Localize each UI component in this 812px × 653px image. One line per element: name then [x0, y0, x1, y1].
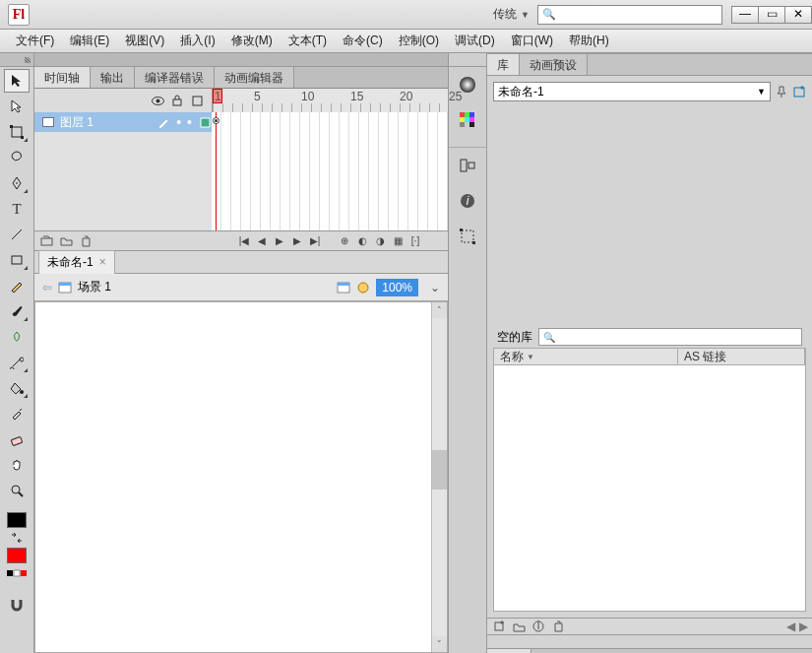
iconbar-grip[interactable]: [449, 53, 486, 67]
tab-compiler[interactable]: 编译器错误: [135, 67, 215, 88]
swap-colors[interactable]: [4, 530, 30, 546]
first-frame-button[interactable]: |◀: [236, 233, 252, 249]
new-folder-button[interactable]: [511, 619, 527, 634]
close-tab-icon[interactable]: ×: [99, 255, 106, 269]
modify-markers-button[interactable]: [·]: [407, 233, 423, 249]
stage[interactable]: ˄ ˅: [34, 301, 448, 653]
lock-icon[interactable]: [170, 94, 184, 107]
hand-tool[interactable]: [4, 453, 30, 477]
menu-commands[interactable]: 命令(C): [337, 31, 389, 51]
menu-edit[interactable]: 编辑(E): [64, 31, 115, 51]
menu-modify[interactable]: 修改(M): [225, 31, 279, 51]
scroll-right-icon[interactable]: ▶: [799, 620, 808, 633]
col-name[interactable]: 名称▼: [494, 349, 678, 364]
snap-option[interactable]: [4, 593, 30, 617]
minimize-button[interactable]: —: [731, 6, 759, 24]
new-library-icon[interactable]: [792, 85, 806, 98]
layer-outline-box[interactable]: [198, 115, 212, 129]
search-input[interactable]: 🔍: [537, 5, 722, 25]
fill-color-swatch[interactable]: [7, 548, 27, 563]
frames-area[interactable]: [212, 112, 448, 230]
menu-insert[interactable]: 插入(I): [174, 31, 220, 51]
onion-skin-button[interactable]: ◐: [354, 233, 370, 249]
new-symbol-button[interactable]: [491, 619, 507, 634]
properties-grip[interactable]: [487, 635, 812, 649]
edit-multiple-button[interactable]: ▦: [390, 233, 406, 249]
free-transform-tool[interactable]: [4, 120, 30, 144]
outline-icon[interactable]: [190, 94, 204, 107]
pin-library-icon[interactable]: [775, 85, 788, 98]
brush-tool[interactable]: [4, 299, 30, 323]
subselection-tool[interactable]: [4, 95, 30, 118]
menu-view[interactable]: 视图(V): [119, 31, 170, 51]
info-panel-icon[interactable]: i: [449, 183, 486, 219]
tab-library[interactable]: 库: [487, 54, 520, 75]
lasso-tool[interactable]: [4, 146, 30, 169]
close-button[interactable]: ✕: [784, 6, 812, 24]
text-tool[interactable]: T: [4, 197, 30, 221]
tab-motion-presets[interactable]: 动画预设: [520, 54, 588, 75]
library-search-input[interactable]: 🔍: [538, 328, 802, 346]
swatches-panel-icon[interactable]: [449, 102, 486, 138]
scroll-up-icon[interactable]: ˄: [432, 302, 447, 318]
library-doc-dropdown[interactable]: 未命名-1 ▼: [493, 82, 771, 101]
center-frame-button[interactable]: ⊕: [337, 233, 352, 249]
scene-label[interactable]: 场景 1: [78, 279, 111, 295]
delete-layer-button[interactable]: [78, 233, 94, 249]
library-items-list[interactable]: [493, 365, 806, 612]
layer-vis-dot[interactable]: •: [176, 114, 181, 130]
next-frame-button[interactable]: ▶: [289, 233, 305, 249]
play-button[interactable]: ▶: [272, 233, 287, 249]
last-frame-button[interactable]: ▶|: [307, 233, 323, 249]
zoom-tool[interactable]: [4, 479, 30, 502]
menu-help[interactable]: 帮助(H): [563, 31, 615, 51]
back-arrow-icon[interactable]: ⇦: [42, 281, 52, 294]
timeline-grip[interactable]: [34, 53, 448, 67]
eye-icon[interactable]: [151, 94, 164, 107]
scrollbar-thumb[interactable]: [432, 450, 447, 490]
tab-motion[interactable]: 动画编辑器: [215, 67, 294, 88]
new-folder-button[interactable]: [58, 233, 74, 249]
document-tab[interactable]: 未命名-1 ×: [38, 250, 115, 275]
selection-tool[interactable]: [4, 69, 30, 93]
edit-symbol-icon[interactable]: [356, 281, 370, 294]
menu-text[interactable]: 文本(T): [282, 31, 333, 51]
toolbox-header[interactable]: [0, 53, 33, 67]
tab-output[interactable]: 输出: [91, 67, 135, 88]
rectangle-tool[interactable]: [4, 248, 30, 272]
edit-scene-icon[interactable]: [337, 281, 350, 294]
bone-tool[interactable]: [4, 351, 30, 374]
delete-button[interactable]: [550, 619, 566, 634]
menu-debug[interactable]: 调试(D): [449, 31, 501, 51]
align-panel-icon[interactable]: [449, 148, 486, 183]
eyedropper-tool[interactable]: [4, 402, 30, 425]
eraser-tool[interactable]: [4, 427, 30, 451]
vertical-scrollbar[interactable]: ˄ ˅: [431, 302, 447, 652]
menu-control[interactable]: 控制(O): [393, 31, 445, 51]
tab-properties[interactable]: 属性: [487, 649, 531, 653]
color-options[interactable]: [4, 565, 30, 583]
line-tool[interactable]: [4, 223, 30, 246]
paint-bucket-tool[interactable]: [4, 376, 30, 400]
scroll-down-icon[interactable]: ˅: [432, 636, 447, 652]
onion-outline-button[interactable]: ◑: [372, 233, 388, 249]
transform-panel-icon[interactable]: [449, 219, 486, 254]
pencil-tool[interactable]: [4, 274, 30, 297]
keyframe[interactable]: [213, 117, 219, 124]
zoom-dropdown-icon[interactable]: ⌄: [424, 281, 440, 294]
col-link[interactable]: AS 链接: [678, 349, 805, 364]
new-layer-button[interactable]: [38, 233, 54, 249]
properties-button[interactable]: i: [531, 619, 546, 634]
prev-frame-button[interactable]: ◀: [254, 233, 270, 249]
zoom-level[interactable]: 100%: [376, 279, 418, 296]
menu-window[interactable]: 窗口(W): [505, 31, 559, 51]
deco-tool[interactable]: [4, 325, 30, 349]
frame-ruler[interactable]: 1 5 10 15 20 25: [212, 89, 448, 112]
pen-tool[interactable]: [4, 171, 30, 195]
layer-lock-dot[interactable]: •: [187, 114, 192, 130]
layout-dropdown[interactable]: 传统 ▼: [485, 6, 537, 23]
scroll-left-icon[interactable]: ◀: [786, 620, 795, 633]
tab-timeline[interactable]: 时间轴: [34, 67, 91, 88]
menu-file[interactable]: 文件(F): [10, 31, 60, 51]
layer-row[interactable]: 图层 1 • •: [34, 112, 212, 132]
